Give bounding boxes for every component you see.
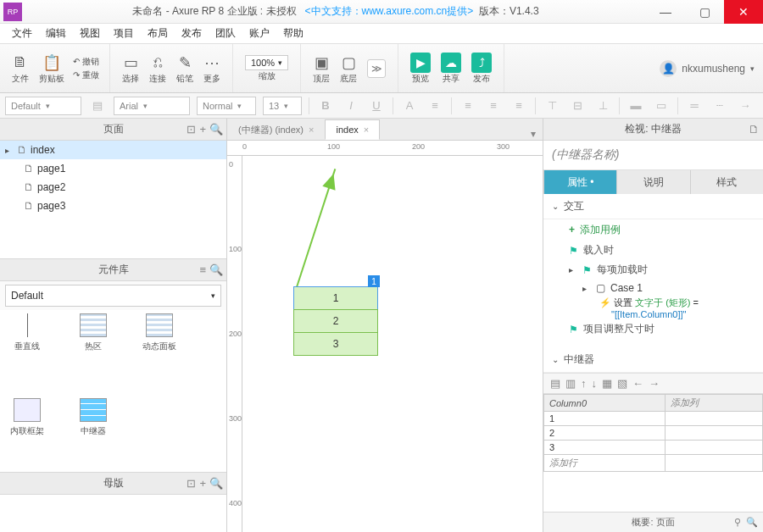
send-back[interactable]: ▢底层 (335, 44, 362, 92)
repeater-widget[interactable]: 1 1 2 3 (293, 287, 378, 356)
share-button[interactable]: ☁共享 (436, 44, 466, 92)
tab-repeater-index[interactable]: (中继器) (index)× (227, 119, 325, 140)
widget-vline[interactable]: 垂直线 (7, 313, 47, 385)
pen-tool[interactable]: ✎铅笔 (171, 44, 198, 92)
align-left-icon[interactable]: ≡ (459, 97, 477, 115)
tab-index[interactable]: index× (325, 119, 380, 140)
repeater-row[interactable]: 2 (293, 309, 378, 333)
menu-help[interactable]: 帮助 (276, 26, 310, 41)
text-color-icon[interactable]: A (400, 97, 419, 115)
bring-front[interactable]: ▣顶层 (308, 44, 335, 92)
close-tab-icon[interactable]: × (309, 125, 314, 135)
border-icon[interactable]: ▭ (652, 97, 671, 115)
ds-add-row-icon[interactable]: ▤ (550, 377, 560, 390)
font-combo[interactable]: Arial▾ (114, 97, 190, 115)
maximize-button[interactable]: ▢ (685, 0, 724, 24)
style-combo[interactable]: Default▾ (5, 97, 81, 115)
menu-team[interactable]: 团队 (209, 26, 242, 41)
bold-icon[interactable]: B (316, 97, 335, 115)
cell[interactable]: 1 (544, 412, 666, 426)
tabs-dropdown-icon[interactable]: ▾ (524, 128, 543, 140)
filter-icon[interactable]: ⚲ (734, 517, 741, 528)
arrow-icon[interactable]: → (736, 97, 755, 115)
page-page1[interactable]: 🗋page1 (0, 159, 226, 178)
lib-search-icon[interactable]: 🔍 (209, 263, 223, 276)
ds-del-col-icon[interactable]: ▧ (617, 377, 627, 390)
library-select[interactable]: Default▾ (5, 285, 221, 307)
tab-properties[interactable]: 属性 • (543, 170, 616, 194)
ds-down-icon[interactable]: ↓ (592, 377, 598, 390)
search-outline-icon[interactable]: 🔍 (746, 517, 758, 528)
widget-repeater[interactable]: 中继器 (73, 398, 114, 469)
add-master-icon[interactable]: ⊡ (187, 477, 196, 490)
repeater-dataset[interactable]: Column0添加列 1 2 3 添加行 (543, 394, 763, 472)
menu-project[interactable]: 项目 (107, 26, 141, 41)
canvas[interactable]: 1 1 2 3 (242, 156, 543, 532)
bullets-icon[interactable]: ≡ (426, 97, 444, 115)
tab-notes[interactable]: 说明 (616, 170, 689, 194)
ds-left-icon[interactable]: ← (632, 377, 643, 390)
cell[interactable]: 3 (544, 441, 666, 455)
action-set-text[interactable]: ⚡ 设置 文字于 (矩形) = (543, 296, 763, 309)
fill-icon[interactable]: ▬ (627, 97, 645, 115)
outline-footer[interactable]: 概要: 页面 ⚲🔍 (543, 512, 763, 532)
col-header[interactable]: Column0 (544, 395, 666, 412)
redo-button[interactable]: ↷ 重做 (73, 69, 99, 81)
undo-button[interactable]: ↶ 撤销 (73, 56, 99, 68)
search-masters-icon[interactable]: 🔍 (209, 477, 223, 490)
preview-button[interactable]: ▶预览 (405, 44, 436, 92)
close-button[interactable]: ✕ (724, 0, 763, 24)
ds-up-icon[interactable]: ↑ (581, 377, 587, 390)
file-group[interactable]: 🗎文件 (7, 44, 34, 92)
size-combo[interactable]: 13▾ (263, 97, 302, 115)
line-style-icon[interactable]: ┄ (710, 97, 729, 115)
more-tools[interactable]: ⋯更多 (198, 44, 226, 92)
publish-button[interactable]: ⤴发布 (466, 44, 497, 92)
weight-combo[interactable]: Normal▾ (197, 97, 256, 115)
more-arrange[interactable]: ≫ (362, 44, 391, 92)
event-itemresize[interactable]: ⚑项目调整尺寸时 (543, 319, 763, 339)
menu-publish[interactable]: 发布 (175, 26, 209, 41)
event-itemload[interactable]: ▸⚑每项加载时 (543, 260, 763, 280)
close-tab-icon[interactable]: × (364, 125, 369, 135)
page-index[interactable]: ▸🗋index (0, 141, 226, 159)
line-width-icon[interactable]: ═ (685, 97, 704, 115)
lib-menu-icon[interactable]: ≡ (199, 263, 206, 276)
widget-dynamic-panel[interactable]: 动态面板 (139, 313, 180, 385)
menu-layout[interactable]: 布局 (141, 26, 175, 41)
minimize-button[interactable]: — (646, 0, 685, 24)
add-page-icon[interactable]: + (199, 123, 206, 136)
style-manager-icon[interactable]: ▤ (88, 97, 107, 115)
user-menu[interactable]: 👤 nkxumusheng ▾ (651, 60, 763, 77)
add-case-link[interactable]: 添加用例 (543, 219, 763, 241)
tab-style[interactable]: 样式 (690, 170, 763, 194)
valign-mid-icon[interactable]: ⊟ (568, 97, 587, 115)
section-interactions[interactable]: ⌄交互 (543, 194, 763, 219)
search-pages-icon[interactable]: 🔍 (209, 123, 223, 136)
section-repeater[interactable]: ⌄中继器 (543, 347, 763, 373)
align-center-icon[interactable]: ≡ (484, 97, 503, 115)
add-folder-icon[interactable]: ⊡ (187, 123, 196, 136)
page-page2[interactable]: 🗋page2 (0, 178, 226, 197)
clipboard-group[interactable]: 📋剪贴板 (34, 44, 70, 92)
cell[interactable]: 2 (544, 426, 666, 441)
ds-add-col-icon[interactable]: ▦ (602, 377, 612, 390)
add-row[interactable]: 添加行 (544, 455, 666, 472)
underline-icon[interactable]: U (367, 97, 386, 115)
align-right-icon[interactable]: ≡ (510, 97, 528, 115)
zoom-group[interactable]: 100%▾ 缩放 (240, 44, 293, 92)
ds-del-row-icon[interactable]: ▥ (565, 377, 576, 390)
menu-file[interactable]: 文件 (5, 26, 39, 41)
select-tool[interactable]: ▭选择 (117, 44, 144, 92)
repeater-row[interactable]: 1 (293, 286, 378, 310)
repeater-row[interactable]: 3 (293, 332, 378, 356)
event-onload[interactable]: ⚑载入时 (543, 241, 763, 260)
menu-view[interactable]: 视图 (73, 26, 107, 41)
valign-top-icon[interactable]: ⊤ (543, 97, 561, 115)
valign-bot-icon[interactable]: ⊥ (593, 97, 612, 115)
add-master2-icon[interactable]: + (199, 477, 206, 490)
page-page3[interactable]: 🗋page3 (0, 197, 226, 215)
menu-edit[interactable]: 编辑 (39, 26, 73, 41)
case-1[interactable]: ▸▢Case 1 (543, 280, 763, 296)
widget-hotspot[interactable]: 热区 (73, 313, 114, 385)
